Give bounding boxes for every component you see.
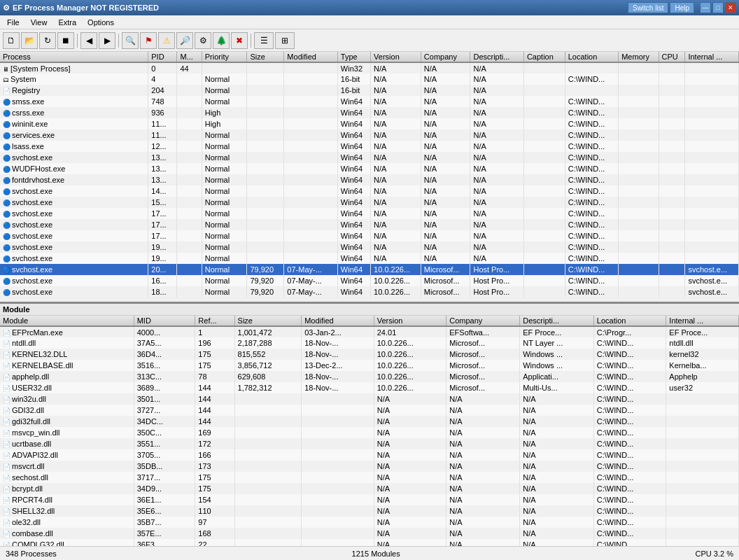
col-mid[interactable]: MID — [134, 316, 195, 326]
list-item[interactable]: 📄USER32.dll3689...1441,782,31218-Nov-...… — [0, 382, 739, 393]
app-icon: ⚙ — [3, 4, 10, 13]
module-pane: Module Module MID Ref... Size Modified V… — [0, 304, 739, 546]
col-m[interactable]: M... — [177, 52, 202, 62]
list-item[interactable]: 📄ole32.dll35B7...97N/AN/AN/AC:\WIND... — [0, 517, 739, 528]
table-row[interactable]: 🔵services.exe11...NormalWin64N/AN/AN/AC:… — [0, 130, 739, 141]
list-item[interactable]: 📄apphelp.dll313C...78629,60818-Nov-...10… — [0, 371, 739, 382]
col-priority[interactable]: Priority — [202, 52, 247, 62]
toolbar-warning[interactable]: ⚠ — [158, 32, 175, 49]
toolbar-search[interactable]: 🔍 — [122, 32, 139, 49]
toolbar-back[interactable]: ◀ — [80, 32, 97, 49]
toolbar-stop[interactable]: ⏹ — [57, 32, 74, 49]
table-row[interactable]: 🔵svchost.exe17...NormalWin64N/AN/AN/AC:\… — [0, 230, 739, 241]
list-item[interactable]: 📄COMDLG32.dll36F3...22N/AN/AN/AC:\WIND..… — [0, 539, 739, 546]
toolbar-magnify[interactable]: 🔎 — [176, 32, 193, 49]
titlebar-title: EF Process Manager NOT REGISTERED — [13, 4, 159, 12]
col-internal[interactable]: Internal ... — [685, 52, 739, 62]
col-module[interactable]: Module — [0, 316, 134, 326]
col-type[interactable]: Type — [337, 52, 370, 62]
toolbar-kill[interactable]: ✖ — [231, 32, 248, 49]
table-row[interactable]: 🔵WUDFHost.exe13...NormalWin64N/AN/AN/AC:… — [0, 163, 739, 174]
col-mod-location[interactable]: Location — [593, 316, 666, 326]
table-row[interactable]: 🔵smss.exe748NormalWin64N/AN/AN/AC:\WIND.… — [0, 96, 739, 107]
list-item[interactable]: 📄win32u.dll3501...144N/AN/AN/AC:\WIND... — [0, 393, 739, 405]
col-company[interactable]: Company — [421, 52, 470, 62]
table-row[interactable]: 🔵csrss.exe936HighWin64N/AN/AN/AC:\WIND..… — [0, 107, 739, 118]
table-row[interactable]: 🔵lsass.exe12...NormalWin64N/AN/AN/AC:\WI… — [0, 141, 739, 152]
maximize-button[interactable]: □ — [712, 2, 724, 13]
toolbar-open[interactable]: 📂 — [21, 32, 38, 49]
col-pid[interactable]: PID — [148, 52, 177, 62]
list-item[interactable]: 📄ADVAPI32.dll3705...166N/AN/AN/AC:\WIND.… — [0, 449, 739, 461]
table-row[interactable]: 🔵svchost.exe19...NormalWin64N/AN/AN/AC:\… — [0, 241, 739, 253]
toolbar-view2[interactable]: ⊞ — [275, 32, 295, 49]
table-row[interactable]: 🔵svchost.exe17...NormalWin64N/AN/AN/AC:\… — [0, 208, 739, 219]
list-item[interactable]: 📄msvcp_win.dll350C...169N/AN/AN/AC:\WIND… — [0, 427, 739, 438]
table-row[interactable]: 🖥[System Process]044Win32N/AN/AN/A — [0, 62, 739, 74]
table-row[interactable]: 🔵svchost.exe17...NormalWin64N/AN/AN/AC:\… — [0, 219, 739, 230]
col-mod-desc[interactable]: Descripti... — [520, 316, 594, 326]
menu-file[interactable]: File — [1, 17, 25, 28]
switch-list-button[interactable]: Switch list — [628, 2, 668, 13]
process-table: Process PID M... Priority Size Modified … — [0, 52, 739, 298]
module-table-container[interactable]: Module MID Ref... Size Modified Version … — [0, 316, 739, 546]
col-location[interactable]: Location — [565, 52, 618, 62]
table-row[interactable]: 🔵svchost.exe15...NormalWin64N/AN/AN/AC:\… — [0, 197, 739, 208]
toolbar-new[interactable]: 🗋 — [3, 32, 20, 49]
table-row[interactable]: 🔵svchost.exe19...NormalWin64N/AN/AN/AC:\… — [0, 253, 739, 264]
help-button[interactable]: Help — [670, 2, 694, 13]
list-item[interactable]: 📄bcrypt.dll34D9...175N/AN/AN/AC:\WIND... — [0, 483, 739, 494]
col-mod-size[interactable]: Size — [234, 316, 302, 326]
menu-view[interactable]: View — [25, 17, 53, 28]
toolbar-flag[interactable]: ⚑ — [140, 32, 157, 49]
col-description[interactable]: Descripti... — [470, 52, 523, 62]
list-item[interactable]: 📄combase.dll357E...168N/AN/AN/AC:\WIND..… — [0, 528, 739, 539]
toolbar-sep1 — [77, 34, 78, 48]
col-version[interactable]: Version — [371, 52, 421, 62]
table-row[interactable]: 🔵svchost.exe18...Normal79,92007-May-...W… — [0, 286, 739, 298]
titlebar-controls: Switch list Help — □ ✕ — [628, 2, 736, 13]
col-mod-company[interactable]: Company — [446, 316, 520, 326]
list-item[interactable]: 📄GDI32.dll3727...144N/AN/AN/AC:\WIND... — [0, 405, 739, 416]
list-item[interactable]: 📄gdi32full.dll34DC...144N/AN/AN/AC:\WIND… — [0, 416, 739, 427]
table-row[interactable]: 🗂System4Normal16-bitN/AN/AN/AC:\WIND... — [0, 74, 739, 85]
col-ref[interactable]: Ref... — [195, 316, 234, 326]
menu-options[interactable]: Options — [82, 17, 120, 28]
list-item[interactable]: 📄ntdll.dll37A5...1962,187,28818-Nov-...1… — [0, 337, 739, 349]
toolbar-refresh[interactable]: ↻ — [39, 32, 56, 49]
list-item[interactable]: 📄SHELL32.dll35E6...110N/AN/AN/AC:\WIND..… — [0, 505, 739, 517]
close-button[interactable]: ✕ — [725, 2, 736, 13]
main-content: Process PID M... Priority Size Modified … — [0, 52, 739, 546]
toolbar-view1[interactable]: ☰ — [254, 32, 274, 49]
list-item[interactable]: 📄KERNELBASE.dll3516...1753,856,71213-Dec… — [0, 360, 739, 371]
col-cpu[interactable]: CPU — [659, 52, 685, 62]
table-row[interactable]: 🔵svchost.exe13...NormalWin64N/AN/AN/AC:\… — [0, 152, 739, 163]
col-mod-version[interactable]: Version — [374, 316, 446, 326]
toolbar-forward[interactable]: ▶ — [99, 32, 115, 49]
col-memory[interactable]: Memory — [619, 52, 659, 62]
table-row[interactable]: 🔵svchost.exe14...NormalWin64N/AN/AN/AC:\… — [0, 186, 739, 197]
list-item[interactable]: 📄KERNEL32.DLL36D4...175815,55218-Nov-...… — [0, 349, 739, 360]
list-item[interactable]: 📄EFPrcMan.exe4000...11,001,47203-Jan-2..… — [0, 326, 739, 337]
col-modified[interactable]: Modified — [284, 52, 337, 62]
col-size[interactable]: Size — [247, 52, 284, 62]
table-row[interactable]: 🔵fontdrvhost.exe13...NormalWin64N/AN/AN/… — [0, 174, 739, 186]
table-row[interactable]: 🔵svchost.exe20...Normal79,92007-May-...W… — [0, 264, 739, 275]
table-row[interactable]: 📄Registry204Normal16-bitN/AN/AN/A — [0, 85, 739, 96]
table-row[interactable]: 🔵wininit.exe11...HighWin64N/AN/AN/AC:\WI… — [0, 118, 739, 130]
col-mod-internal[interactable]: Internal ... — [666, 316, 739, 326]
process-table-container[interactable]: Process PID M... Priority Size Modified … — [0, 52, 739, 302]
toolbar-tree[interactable]: 🌲 — [213, 32, 230, 49]
col-mod-modified[interactable]: Modified — [302, 316, 374, 326]
list-item[interactable]: 📄RPCRT4.dll36E1...154N/AN/AN/AC:\WIND... — [0, 494, 739, 505]
col-caption[interactable]: Caption — [523, 52, 565, 62]
table-row[interactable]: 🔵svchost.exe16...Normal79,92007-May-...W… — [0, 275, 739, 286]
statusbar: 348 Processes 1215 Modules CPU 3.2 % — [0, 546, 739, 560]
list-item[interactable]: 📄sechost.dll3717...175N/AN/AN/AC:\WIND..… — [0, 472, 739, 483]
list-item[interactable]: 📄ucrtbase.dll3551...172N/AN/AN/AC:\WIND.… — [0, 438, 739, 449]
col-process[interactable]: Process — [0, 52, 148, 62]
list-item[interactable]: 📄msvcrt.dll35DB...173N/AN/AN/AC:\WIND... — [0, 461, 739, 472]
minimize-button[interactable]: — — [700, 2, 711, 13]
menu-extra[interactable]: Extra — [52, 17, 82, 28]
toolbar-gear[interactable]: ⚙ — [195, 32, 211, 49]
